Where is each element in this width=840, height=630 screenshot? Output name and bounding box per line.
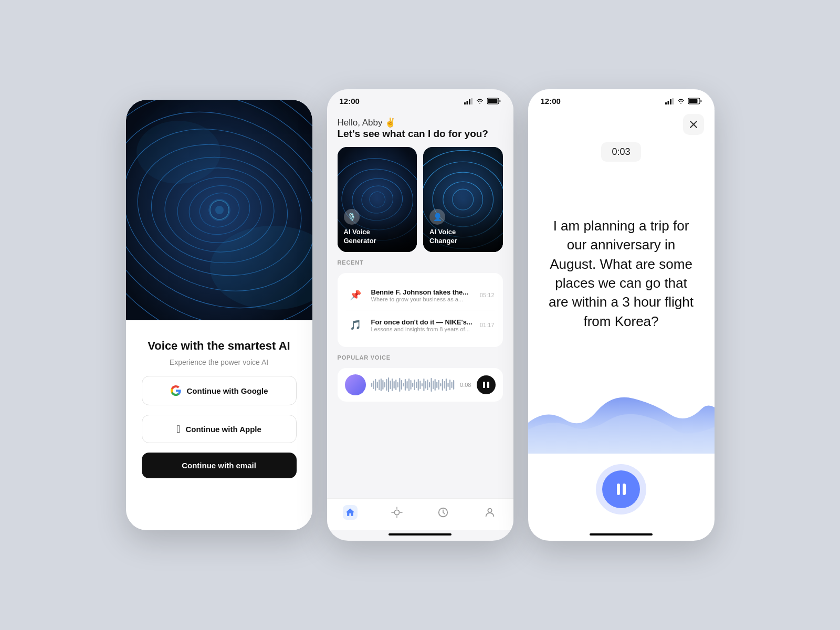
signal-icon-3 (665, 98, 674, 104)
card2-overlay: 👤 AI VoiceChanger (423, 147, 503, 252)
nav-profile[interactable] (482, 505, 497, 520)
svg-point-15 (136, 121, 220, 184)
svg-rect-73 (438, 380, 439, 390)
ai-voice-changer-card[interactable]: 👤 AI VoiceChanger (423, 147, 503, 252)
recording-header (528, 109, 715, 135)
popular-avatar (345, 374, 366, 395)
greeting-hello: Hello, Abby ✌️ (338, 117, 503, 128)
svg-rect-87 (665, 102, 667, 104)
svg-rect-78 (447, 383, 448, 387)
svg-rect-40 (376, 382, 377, 388)
question-content: I am planning a trip for our anniversary… (544, 216, 699, 331)
google-icon (170, 385, 182, 396)
recent-section-label: RECENT (338, 259, 503, 266)
nav-record[interactable] (390, 505, 404, 520)
svg-rect-46 (387, 377, 388, 392)
nav-home[interactable] (343, 505, 358, 520)
svg-rect-42 (380, 379, 381, 391)
svg-rect-64 (421, 383, 422, 386)
svg-rect-90 (672, 98, 674, 104)
recent-item-1-sub: Where to grow your business as a... (371, 296, 474, 302)
svg-rect-76 (444, 381, 445, 388)
recent-item-1-info: Bennie F. Johnson takes the... Where to … (371, 288, 474, 302)
svg-rect-61 (416, 382, 417, 388)
close-button[interactable] (683, 114, 704, 135)
svg-rect-81 (453, 380, 454, 390)
home-indicator-3 (590, 533, 653, 536)
pause-button[interactable] (602, 470, 640, 508)
svg-rect-49 (393, 381, 394, 388)
pause-icon (617, 484, 626, 495)
svg-rect-43 (382, 380, 383, 390)
status-time-3: 12:00 (541, 97, 561, 106)
feature-cards: 🎙️ AI VoiceGenerator (338, 147, 503, 252)
apple-icon:  (176, 424, 180, 434)
recent-item-2-time: 01:17 (480, 322, 495, 328)
svg-rect-52 (399, 378, 400, 392)
svg-rect-39 (375, 379, 376, 391)
recent-item-2-sub: Lessons and insights from 8 years of... (371, 326, 474, 332)
greeting-sub: Let's see what can I do for you? (338, 128, 503, 140)
popular-play-btn[interactable] (477, 375, 496, 394)
question-area: I am planning a trip for our anniversary… (528, 162, 715, 370)
profile-nav-icon (482, 505, 497, 520)
status-icons (464, 98, 501, 104)
svg-rect-75 (442, 379, 443, 391)
email-login-button[interactable]: Continue with email (142, 453, 297, 478)
svg-rect-53 (401, 380, 402, 390)
svg-rect-83 (487, 382, 489, 388)
google-login-button[interactable]: Continue with Google (142, 376, 297, 405)
svg-rect-45 (386, 379, 387, 391)
home-nav-icon (343, 505, 358, 520)
svg-rect-89 (670, 99, 671, 104)
svg-rect-92 (689, 99, 697, 103)
status-bar: 12:00 (327, 89, 513, 109)
svg-point-13 (215, 206, 224, 214)
svg-rect-57 (408, 379, 409, 391)
waveform-svg (371, 376, 455, 393)
voice-wave-svg (528, 370, 715, 454)
pause-container (528, 454, 715, 530)
svg-rect-47 (390, 381, 391, 389)
svg-rect-16 (464, 102, 466, 104)
apple-btn-label: Continue with Apple (185, 425, 261, 434)
svg-rect-68 (428, 382, 429, 387)
svg-rect-38 (373, 381, 374, 389)
recent-item-2[interactable]: 🎵 For once don't do it — NIKE's... Lesso… (346, 310, 495, 340)
svg-rect-72 (436, 382, 437, 388)
svg-rect-18 (469, 99, 470, 104)
svg-point-86 (488, 509, 491, 512)
recent-item-2-info: For once don't do it — NIKE's... Lessons… (371, 318, 474, 332)
nav-history[interactable] (436, 505, 450, 520)
svg-rect-50 (395, 380, 396, 390)
login-title: Voice with the smartest AI (148, 339, 290, 353)
svg-rect-80 (451, 382, 452, 388)
apple-login-button[interactable]:  Continue with Apple (142, 415, 297, 443)
phone-home: 12:00 Hello, Abby ✌️ Let's see wha (327, 89, 513, 541)
svg-rect-55 (404, 379, 405, 391)
svg-rect-37 (371, 383, 372, 387)
waveform (371, 376, 455, 393)
svg-rect-66 (425, 381, 426, 388)
svg-rect-65 (423, 379, 424, 391)
login-subtitle: Experience the power voice AI (170, 358, 268, 366)
wifi-icon-3 (677, 98, 685, 104)
login-panel: Voice with the smartest AI Experience th… (126, 320, 312, 530)
signal-icon (464, 98, 472, 104)
svg-rect-70 (433, 381, 434, 389)
recent-item-1[interactable]: 📌 Bennie F. Johnson takes the... Where t… (346, 280, 495, 310)
svg-rect-51 (397, 382, 398, 387)
timer-display: 0:03 (601, 142, 640, 162)
svg-rect-63 (419, 381, 421, 389)
recent-item-1-title: Bennie F. Johnson takes the... (371, 288, 474, 296)
popular-section-label: POPULAR VOICE (338, 354, 503, 361)
card2-icon: 👤 (429, 209, 445, 225)
svg-point-84 (394, 510, 399, 514)
ai-voice-generator-card[interactable]: 🎙️ AI VoiceGenerator (338, 147, 417, 252)
recent-item-1-time: 05:12 (480, 292, 495, 298)
battery-icon-3 (688, 98, 702, 104)
popular-voice-item[interactable]: 0:08 (338, 368, 503, 402)
voice-waveform-visual (528, 370, 715, 454)
status-time: 12:00 (340, 97, 360, 106)
home-indicator (388, 533, 452, 536)
